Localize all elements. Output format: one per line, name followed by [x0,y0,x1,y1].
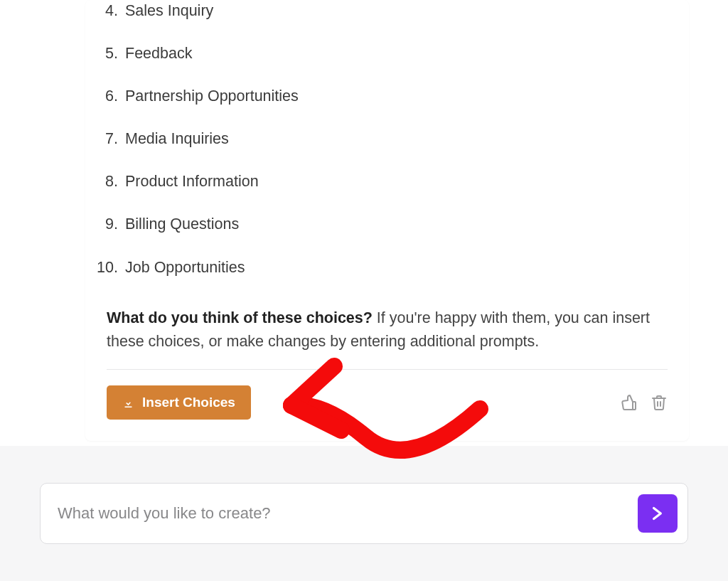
list-item-label: Feedback [125,43,668,64]
send-button[interactable] [638,494,678,533]
list-item-number: 6. [85,85,125,107]
thumbs-down-button[interactable] [621,394,638,411]
list-item-label: Sales Inquiry [125,0,668,21]
list-item-label: Product Information [125,171,668,192]
prompt-input[interactable] [58,504,628,523]
list-item-number: 5. [85,43,125,64]
feedback-icons [621,394,668,411]
list-item-label: Job Opportunities [125,257,668,278]
choices-list: 4.Sales Inquiry5.Feedback6.Partnership O… [85,0,668,278]
review-prompt: What do you think of these choices? If y… [85,307,689,354]
prompt-input-bar [40,483,688,544]
list-item-label: Partnership Opportunities [125,85,668,107]
download-icon [122,397,134,409]
list-item-number: 8. [85,171,125,192]
list-item: 5.Feedback [85,43,668,64]
send-icon [648,504,667,523]
list-item: 10.Job Opportunities [85,257,668,278]
list-item: 8.Product Information [85,171,668,192]
insert-choices-button[interactable]: Insert Choices [107,385,251,420]
list-item-number: 10. [85,257,125,278]
list-item: 7.Media Inquiries [85,128,668,149]
action-row: Insert Choices [85,370,689,420]
input-zone [0,446,728,581]
message-card: 4.Sales Inquiry5.Feedback6.Partnership O… [85,0,689,441]
list-item-label: Billing Questions [125,213,668,235]
svg-rect-0 [125,406,132,407]
list-item-number: 4. [85,0,125,21]
list-item: 4.Sales Inquiry [85,0,668,21]
list-item: 9.Billing Questions [85,213,668,235]
delete-button[interactable] [651,394,668,411]
svg-rect-1 [633,402,636,410]
choices-container: 4.Sales Inquiry5.Feedback6.Partnership O… [85,0,689,278]
review-prompt-question: What do you think of these choices? [107,309,373,326]
list-item-number: 7. [85,128,125,149]
list-item-number: 9. [85,213,125,235]
insert-choices-label: Insert Choices [142,395,235,410]
list-item: 6.Partnership Opportunities [85,85,668,107]
list-item-label: Media Inquiries [125,128,668,149]
